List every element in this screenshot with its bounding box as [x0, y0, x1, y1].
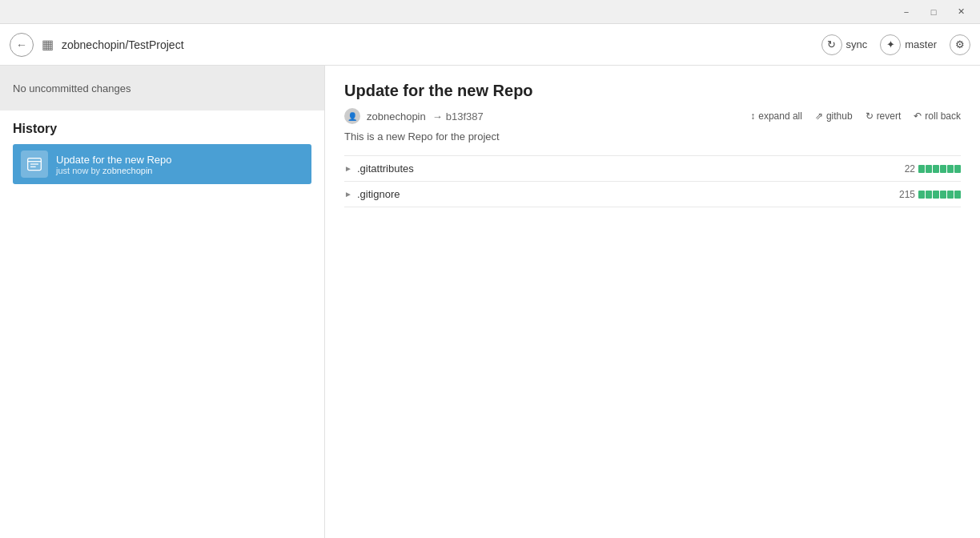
file-stats-1: 215 — [899, 189, 961, 200]
commit-meta: just now by zobnechopin — [56, 166, 172, 175]
commit-icon — [21, 151, 48, 178]
roll-back-label: roll back — [925, 110, 961, 122]
stat-bar — [954, 191, 961, 199]
expand-all-label: expand all — [758, 110, 802, 122]
detail-title: Update for the new Repo — [344, 82, 533, 100]
sync-icon: ↻ — [821, 34, 842, 55]
revert-icon: ↻ — [866, 110, 874, 122]
hash-arrow-icon: → — [432, 110, 443, 122]
file-name-0: .gitattributes — [357, 163, 905, 175]
main-layout: No uncommitted changes History Update fo… — [0, 66, 980, 538]
sync-action[interactable]: ↻ sync — [821, 34, 868, 55]
github-label: github — [826, 110, 853, 122]
author-avatar: 👤 — [344, 108, 360, 124]
minimize-button[interactable]: − — [894, 4, 919, 20]
back-button[interactable]: ← — [10, 33, 34, 57]
header-right: ↻ sync ✦ master ⚙ — [821, 34, 970, 55]
file-additions-1: 215 — [899, 189, 915, 200]
branch-action[interactable]: ✦ master — [880, 34, 937, 55]
commit-info: Update for the new Repo just now by zobn… — [56, 154, 172, 175]
commit-time: just now by — [56, 166, 100, 175]
history-title: History — [13, 122, 311, 136]
stat-bar — [933, 191, 939, 199]
file-name-1: .gitignore — [357, 188, 899, 200]
repo-icon: ▦ — [42, 37, 54, 52]
expand-icon: ↕ — [750, 110, 755, 122]
detail-actions: ↕ expand all ⇗ github ↻ revert ↶ roll ba… — [750, 110, 961, 122]
stat-bars-0 — [918, 165, 961, 173]
stat-bar — [947, 191, 954, 199]
chevron-icon-0: ► — [344, 164, 357, 173]
sync-label: sync — [846, 38, 868, 50]
file-additions-0: 22 — [905, 163, 915, 175]
commit-svg — [26, 156, 42, 172]
detail-meta: 👤 zobnechopin → b13f387 ↕ expand all ⇗ g… — [344, 108, 961, 124]
repo-title: zobnechopin/TestProject — [62, 38, 184, 51]
branch-label: master — [905, 38, 937, 50]
file-list: ► .gitattributes 22 ► .gitignore — [344, 155, 961, 207]
stat-bar — [940, 165, 946, 173]
maximize-button[interactable]: □ — [921, 4, 946, 20]
history-section: History Update for the new Repo just now… — [0, 110, 324, 189]
stat-bar — [954, 165, 961, 173]
github-icon: ⇗ — [815, 110, 823, 122]
stat-bar — [940, 191, 946, 199]
header-left: ← ▦ zobnechopin/TestProject — [10, 33, 821, 57]
hash-container: → b13f387 — [432, 110, 484, 122]
revert-button[interactable]: ↻ revert — [866, 110, 902, 122]
chevron-icon-1: ► — [344, 190, 357, 199]
stat-bars-1 — [918, 191, 961, 199]
file-row[interactable]: ► .gitignore 215 — [344, 181, 961, 207]
github-button[interactable]: ⇗ github — [815, 110, 853, 122]
commit-title: Update for the new Repo — [56, 154, 172, 166]
revert-label: revert — [877, 110, 902, 122]
stat-bar — [918, 191, 925, 199]
stat-bar — [918, 165, 925, 173]
stat-bar — [926, 165, 932, 173]
commit-hash: b13f387 — [446, 110, 484, 122]
title-bar: − □ ✕ — [0, 0, 980, 24]
branch-icon: ✦ — [880, 34, 901, 55]
stat-bar — [933, 165, 939, 173]
app-header: ← ▦ zobnechopin/TestProject ↻ sync ✦ mas… — [0, 24, 980, 66]
no-changes-label: No uncommitted changes — [13, 82, 131, 94]
window-controls: − □ ✕ — [894, 4, 974, 20]
stat-bar — [926, 191, 932, 199]
back-icon: ← — [16, 38, 27, 51]
settings-action[interactable]: ⚙ — [950, 34, 970, 55]
commit-author[interactable]: zobnechopin — [102, 166, 152, 175]
author-name: zobnechopin — [367, 110, 426, 122]
expand-all-button[interactable]: ↕ expand all — [750, 110, 802, 122]
detail-pane: Update for the new Repo 👤 zobnechopin → … — [325, 66, 980, 538]
detail-description: This is a new Repo for the project — [344, 130, 961, 143]
roll-back-button[interactable]: ↶ roll back — [914, 110, 961, 122]
file-row[interactable]: ► .gitattributes 22 — [344, 155, 961, 181]
sidebar: No uncommitted changes History Update fo… — [0, 66, 325, 538]
file-stats-0: 22 — [905, 163, 961, 175]
stat-bar — [947, 165, 954, 173]
roll-back-icon: ↶ — [914, 110, 922, 122]
settings-icon: ⚙ — [950, 34, 970, 55]
close-button[interactable]: ✕ — [948, 4, 974, 20]
no-changes-banner: No uncommitted changes — [0, 66, 324, 110]
history-item[interactable]: Update for the new Repo just now by zobn… — [13, 144, 311, 184]
